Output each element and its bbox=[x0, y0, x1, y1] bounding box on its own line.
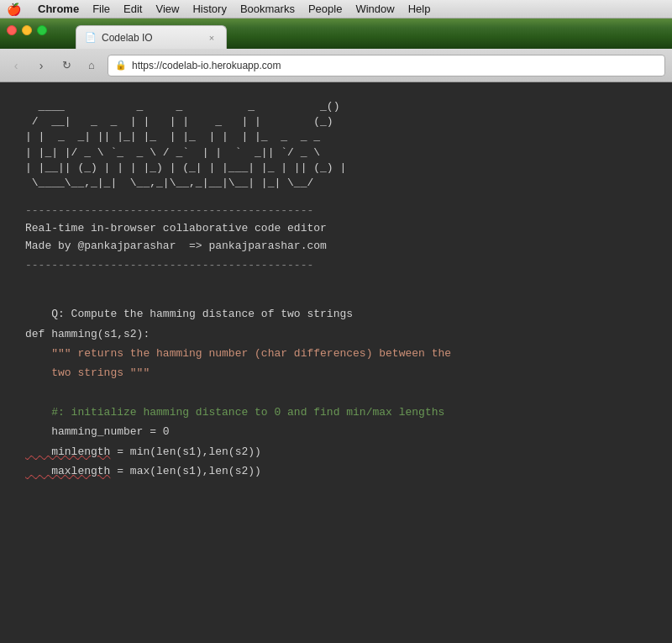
menubar-people[interactable]: People bbox=[308, 3, 342, 15]
home-button[interactable]: ⌂ bbox=[82, 56, 101, 75]
separator-bottom: ----------------------------------------… bbox=[25, 259, 647, 271]
code-minlength-label: minlength bbox=[25, 445, 110, 458]
menubar-window[interactable]: Window bbox=[355, 3, 394, 15]
code-maxlength-line: maxlength = max(len(s1),len(s2)) bbox=[25, 465, 261, 477]
menubar-chrome[interactable]: Chrome bbox=[38, 3, 79, 15]
code-question: Q: Compute the hamming distance of two s… bbox=[51, 308, 353, 320]
ssl-lock-icon: 🔒 bbox=[115, 60, 127, 71]
code-def-line: def hamming(s1,s2): bbox=[25, 328, 150, 340]
menubar-history[interactable]: History bbox=[192, 3, 226, 15]
forward-icon: › bbox=[39, 59, 44, 72]
code-maxlength-rest: = max(len(s1),len(s2)) bbox=[110, 465, 260, 477]
forward-button[interactable]: › bbox=[32, 56, 50, 75]
separator-top: ----------------------------------------… bbox=[25, 204, 647, 217]
menubar: 🍎 Chrome File Edit View History Bookmark… bbox=[0, 0, 672, 18]
menubar-edit[interactable]: Edit bbox=[123, 3, 142, 15]
minimize-window-button[interactable] bbox=[22, 25, 32, 35]
ascii-art-logo: ____ _ _ _ _() / __| _ _ | | | | _ | | (… bbox=[25, 99, 647, 191]
main-content: ____ _ _ _ _() / __| _ _ | | | | _ | | (… bbox=[0, 82, 672, 643]
tabbar: 📄 Codelab IO × bbox=[0, 18, 672, 49]
info-author: Made by @pankajparashar => pankajparasha… bbox=[25, 238, 647, 256]
code-docstring2: two strings """ bbox=[25, 366, 150, 379]
code-maxlength-label: maxlength bbox=[25, 465, 110, 477]
back-button[interactable]: ‹ bbox=[7, 56, 25, 75]
code-minlength-rest: = min(len(s1),len(s2)) bbox=[110, 445, 260, 458]
address-bar[interactable]: 🔒 https://codelab-io.herokuapp.com bbox=[108, 55, 665, 76]
menubar-view[interactable]: View bbox=[155, 3, 179, 15]
close-window-button[interactable] bbox=[7, 25, 17, 35]
tab-title: Codelab IO bbox=[102, 32, 201, 44]
toolbar: ‹ › ↻ ⌂ 🔒 https://codelab-io.herokuapp.c… bbox=[0, 49, 672, 82]
info-description: Real-time in-browser collaborative code … bbox=[25, 220, 647, 238]
code-block: Q: Compute the hamming distance of two s… bbox=[25, 285, 647, 501]
url-display: https://codelab-io.herokuapp.com bbox=[132, 60, 658, 71]
tab-favicon-icon: 📄 bbox=[85, 32, 97, 43]
code-hamming-number: hamming_number = 0 bbox=[25, 425, 170, 438]
traffic-lights bbox=[7, 25, 47, 35]
back-icon: ‹ bbox=[14, 59, 18, 72]
reload-icon: ↻ bbox=[62, 59, 71, 71]
home-icon: ⌂ bbox=[88, 59, 95, 71]
menubar-file[interactable]: File bbox=[92, 3, 110, 15]
fullscreen-window-button[interactable] bbox=[37, 25, 47, 35]
code-comment: #: initialize hamming distance to 0 and … bbox=[25, 406, 444, 419]
menubar-help[interactable]: Help bbox=[408, 3, 431, 15]
tab-close-button[interactable]: × bbox=[206, 32, 218, 44]
menubar-bookmarks[interactable]: Bookmarks bbox=[240, 3, 295, 15]
reload-button[interactable]: ↻ bbox=[57, 56, 76, 75]
code-minlength-line: minlength = min(len(s1),len(s2)) bbox=[25, 445, 261, 458]
tab[interactable]: 📄 Codelab IO × bbox=[76, 25, 227, 49]
apple-icon[interactable]: 🍎 bbox=[7, 3, 21, 16]
code-docstring1: """ returns the hamming number (char dif… bbox=[25, 347, 451, 360]
